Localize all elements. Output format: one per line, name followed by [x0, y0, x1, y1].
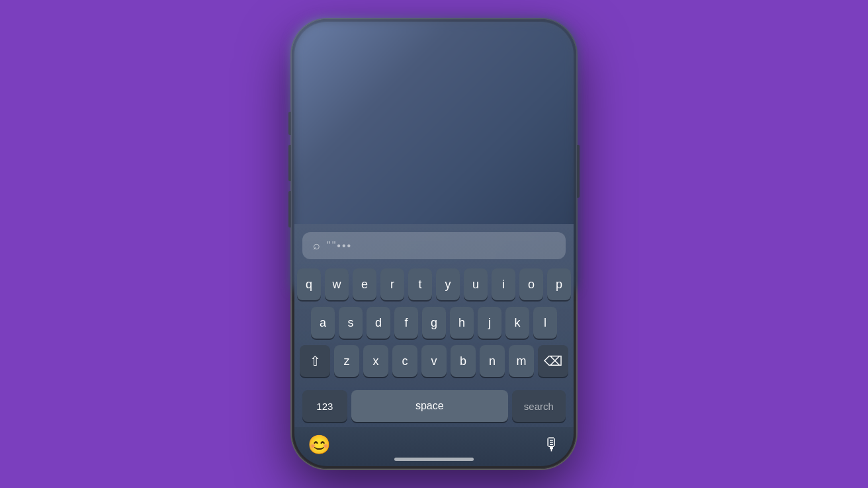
phone-frame: ⌕ ""••• q w e r t y u i o p [292, 19, 576, 469]
key-d[interactable]: d [367, 307, 390, 339]
key-s[interactable]: s [339, 307, 363, 339]
key-w[interactable]: w [325, 268, 349, 300]
search-icon: ⌕ [313, 239, 320, 253]
key-b[interactable]: b [451, 345, 476, 377]
key-q[interactable]: q [297, 268, 321, 300]
emoji-button[interactable]: 😊 [308, 434, 331, 456]
keyboard-toolbar: 😊 🎙 [294, 427, 574, 466]
power-button[interactable] [577, 145, 580, 198]
search-bar[interactable]: ⌕ ""••• [302, 232, 566, 259]
key-z[interactable]: z [334, 345, 359, 377]
key-h[interactable]: h [450, 307, 474, 339]
volume-down-button[interactable] [288, 191, 291, 227]
key-l[interactable]: l [533, 307, 557, 339]
key-y[interactable]: y [436, 268, 460, 300]
key-p[interactable]: p [547, 268, 571, 300]
volume-up-button[interactable] [288, 145, 291, 181]
key-t[interactable]: t [408, 268, 432, 300]
key-a[interactable]: a [311, 307, 335, 339]
phone-screen: ⌕ ""••• q w e r t y u i o p [294, 22, 574, 466]
shift-key[interactable]: ⇧ [300, 345, 330, 377]
key-m[interactable]: m [509, 345, 534, 377]
key-u[interactable]: u [464, 268, 488, 300]
numbers-key[interactable]: 123 [302, 390, 347, 422]
key-g[interactable]: g [422, 307, 446, 339]
delete-key[interactable]: ⌫ [538, 345, 568, 377]
home-indicator [394, 458, 474, 461]
search-input-text: ""••• [327, 240, 352, 252]
key-v[interactable]: v [421, 345, 447, 377]
key-n[interactable]: n [480, 345, 505, 377]
key-x[interactable]: x [363, 345, 388, 377]
mute-button[interactable] [288, 112, 291, 135]
space-key[interactable]: space [351, 390, 508, 422]
key-j[interactable]: j [478, 307, 501, 339]
key-k[interactable]: k [505, 307, 529, 339]
mic-button[interactable]: 🎙 [543, 434, 560, 455]
search-key[interactable]: search [512, 390, 566, 422]
key-r[interactable]: r [380, 268, 404, 300]
key-row-1: q w e r t y u i o p [300, 268, 568, 300]
key-e[interactable]: e [353, 268, 376, 300]
keyboard-rows: q w e r t y u i o p a s d f g [297, 268, 571, 422]
key-i[interactable]: i [492, 268, 515, 300]
key-f[interactable]: f [394, 307, 418, 339]
key-row-bottom: 123 space search [300, 390, 568, 422]
key-row-3: ⇧ z x c v b n m ⌫ [300, 345, 568, 377]
key-o[interactable]: o [519, 268, 543, 300]
key-c[interactable]: c [392, 345, 417, 377]
keyboard-container: ⌕ ""••• q w e r t y u i o p [294, 224, 574, 427]
key-row-2: a s d f g h j k l [300, 307, 568, 339]
